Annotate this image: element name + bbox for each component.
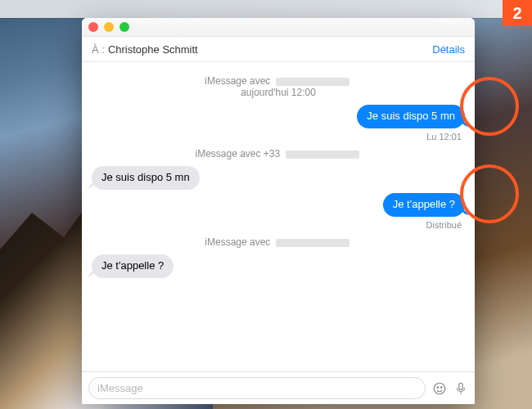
- received-bubble[interactable]: Je t'appelle ?: [92, 254, 174, 278]
- svg-point-1: [437, 386, 439, 388]
- to-label: À :: [92, 43, 105, 56]
- delivery-status: Distribué: [92, 220, 462, 230]
- delivery-status: Lu 12:01: [92, 132, 462, 142]
- close-icon[interactable]: [88, 22, 98, 32]
- emoji-icon[interactable]: [432, 381, 447, 396]
- details-button[interactable]: Détails: [432, 43, 465, 56]
- input-bar: iMessage: [82, 371, 475, 404]
- svg-rect-3: [459, 383, 463, 389]
- annotation-badge: 2: [503, 0, 532, 26]
- thread-separator: iMessage avec: [92, 236, 465, 248]
- message-row: Je suis dispo 5 mn: [92, 105, 465, 128]
- svg-point-0: [434, 383, 445, 394]
- svg-point-2: [441, 386, 443, 388]
- recipient-name[interactable]: Christophe Schmitt: [108, 43, 198, 56]
- minimize-icon[interactable]: [104, 22, 114, 32]
- message-row: Je t'appelle ?: [92, 193, 465, 217]
- conversation-pane: iMessage avec aujourd'hui 12:00Je suis d…: [82, 62, 475, 371]
- thread-separator: iMessage avec aujourd'hui 12:00: [92, 75, 465, 98]
- maximize-icon[interactable]: [119, 22, 129, 32]
- conversation-header: À : Christophe Schmitt Détails: [82, 37, 475, 62]
- message-input[interactable]: iMessage: [88, 377, 426, 399]
- desktop-wallpaper: 2 À : Christophe Schmitt Détails iMessag…: [0, 0, 532, 409]
- message-row: Je suis dispo 5 mn: [92, 166, 465, 190]
- sent-bubble[interactable]: Je suis dispo 5 mn: [357, 105, 465, 128]
- microphone-icon[interactable]: [453, 381, 468, 396]
- received-bubble[interactable]: Je suis dispo 5 mn: [92, 166, 200, 190]
- thread-separator: iMessage avec +33: [92, 148, 465, 160]
- message-row: Je t'appelle ?: [92, 254, 465, 278]
- window-titlebar[interactable]: [82, 18, 475, 37]
- sent-bubble[interactable]: Je t'appelle ?: [383, 193, 465, 217]
- messages-window: À : Christophe Schmitt Détails iMessage …: [82, 18, 475, 404]
